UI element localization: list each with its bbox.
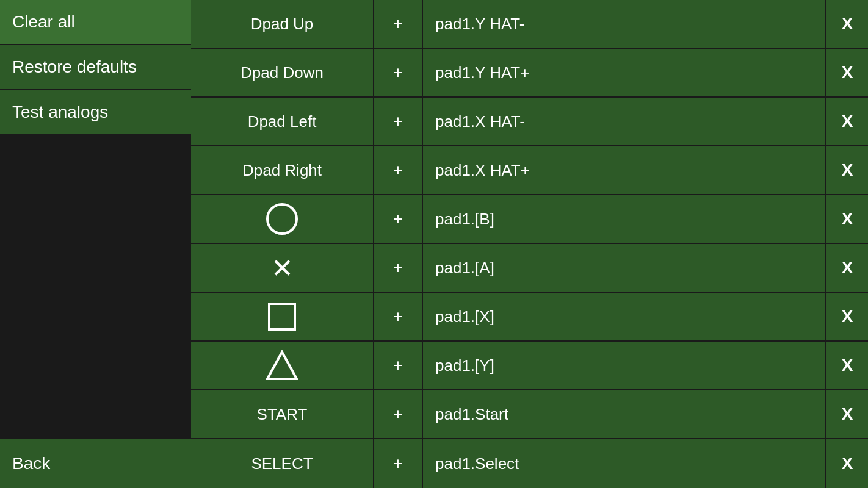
- triangle-icon: [266, 350, 298, 381]
- table-row: +pad1.[X]X: [191, 293, 868, 342]
- clear-binding-button[interactable]: X: [825, 244, 868, 292]
- action-cell: Dpad Up: [191, 0, 374, 48]
- action-cell: START: [191, 390, 374, 438]
- table-row: SELECT+pad1.SelectX: [191, 439, 868, 488]
- clear-binding-button[interactable]: X: [825, 49, 868, 96]
- sidebar: Clear all Restore defaults Test analogs …: [0, 0, 191, 488]
- plus-separator: +: [374, 146, 423, 194]
- test-analogs-button[interactable]: Test analogs: [0, 90, 191, 134]
- plus-separator: +: [374, 293, 423, 340]
- binding-label[interactable]: pad1.[B]: [423, 195, 825, 243]
- table-row: +pad1.[B]X: [191, 195, 868, 244]
- plus-separator: +: [374, 390, 423, 438]
- square-icon: [268, 303, 296, 331]
- binding-label[interactable]: pad1.Y HAT-: [423, 0, 825, 48]
- sidebar-spacer: [0, 135, 191, 439]
- action-label: Dpad Up: [251, 15, 314, 34]
- action-cell: Dpad Left: [191, 98, 374, 145]
- clear-binding-button[interactable]: X: [825, 195, 868, 243]
- binding-label[interactable]: pad1.[A]: [423, 244, 825, 292]
- clear-binding-button[interactable]: X: [825, 0, 868, 48]
- binding-label[interactable]: pad1.[Y]: [423, 342, 825, 389]
- plus-separator: +: [374, 244, 423, 292]
- binding-label[interactable]: pad1.Y HAT+: [423, 49, 825, 96]
- table-row: ✕+pad1.[A]X: [191, 244, 868, 293]
- table-row: Dpad Up+pad1.Y HAT-X: [191, 0, 868, 49]
- back-button[interactable]: Back: [0, 439, 191, 488]
- clear-binding-button[interactable]: X: [825, 98, 868, 145]
- action-cell: [191, 342, 374, 389]
- binding-label[interactable]: pad1.X HAT+: [423, 146, 825, 194]
- table-row: Dpad Right+pad1.X HAT+X: [191, 146, 868, 195]
- plus-separator: +: [374, 0, 423, 48]
- clear-binding-button[interactable]: X: [825, 439, 868, 488]
- table-row: Dpad Left+pad1.X HAT-X: [191, 98, 868, 146]
- clear-all-button[interactable]: Clear all: [0, 0, 191, 44]
- action-label: SELECT: [251, 454, 313, 473]
- mappings-list: Dpad Up+pad1.Y HAT-XDpad Down+pad1.Y HAT…: [191, 0, 868, 488]
- table-row: +pad1.[Y]X: [191, 342, 868, 390]
- plus-separator: +: [374, 342, 423, 389]
- binding-label[interactable]: pad1.Start: [423, 390, 825, 438]
- binding-label[interactable]: pad1.[X]: [423, 293, 825, 340]
- action-cell: Dpad Right: [191, 146, 374, 194]
- clear-binding-button[interactable]: X: [825, 390, 868, 438]
- plus-separator: +: [374, 98, 423, 145]
- cross-icon: ✕: [271, 253, 294, 284]
- plus-separator: +: [374, 195, 423, 243]
- action-label: Dpad Right: [242, 161, 322, 180]
- action-cell: [191, 195, 374, 243]
- plus-separator: +: [374, 49, 423, 96]
- clear-binding-button[interactable]: X: [825, 342, 868, 389]
- clear-binding-button[interactable]: X: [825, 146, 868, 194]
- binding-label[interactable]: pad1.Select: [423, 439, 825, 488]
- restore-defaults-button[interactable]: Restore defaults: [0, 45, 191, 89]
- clear-binding-button[interactable]: X: [825, 293, 868, 340]
- action-label: Dpad Left: [248, 112, 317, 131]
- binding-label[interactable]: pad1.X HAT-: [423, 98, 825, 145]
- action-label: Dpad Down: [241, 63, 324, 82]
- plus-separator: +: [374, 439, 423, 488]
- action-cell: Dpad Down: [191, 49, 374, 96]
- table-row: START+pad1.StartX: [191, 390, 868, 439]
- circle-icon: [266, 203, 298, 235]
- action-label: START: [257, 405, 308, 424]
- action-cell: SELECT: [191, 439, 374, 488]
- svg-marker-0: [267, 352, 297, 379]
- action-cell: [191, 293, 374, 340]
- action-cell: ✕: [191, 244, 374, 292]
- table-row: Dpad Down+pad1.Y HAT+X: [191, 49, 868, 98]
